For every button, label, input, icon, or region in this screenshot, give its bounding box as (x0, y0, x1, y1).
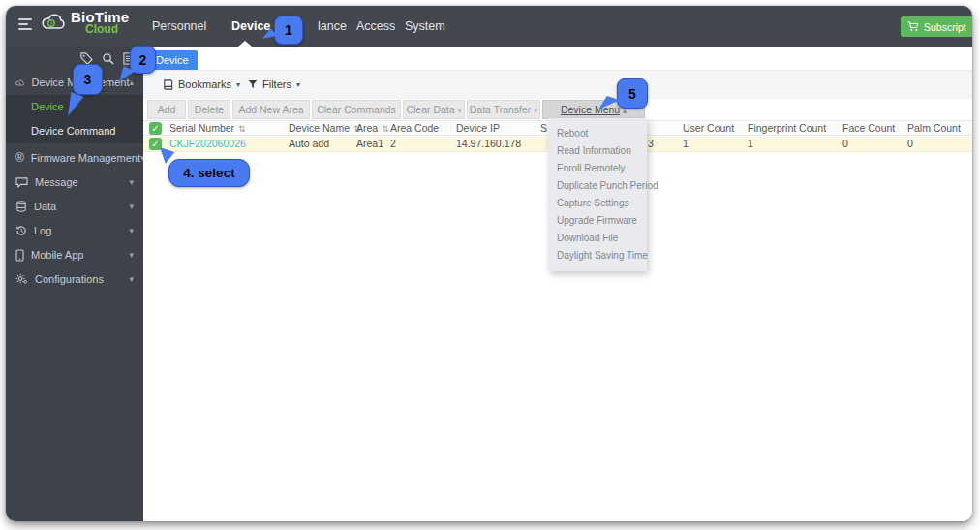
col-area-code[interactable]: Area Code (390, 122, 439, 134)
delete-button[interactable]: Delete (188, 100, 230, 119)
device-management-icon (15, 78, 25, 88)
main-content: Device Bookmarks ▾ Filters ▾ Add Delete … (143, 47, 972, 521)
sidebar-item-label: Mobile App (31, 249, 129, 261)
menu-item-read-information[interactable]: Read Information (548, 142, 647, 160)
menu-item-capture-settings[interactable]: Capture Settings (548, 195, 647, 212)
callout-label: 3 (84, 72, 92, 87)
chevron-down-icon: ▾ (129, 226, 134, 235)
cell-user-count: 1 (683, 138, 689, 149)
sidebar-item-firmware-management[interactable]: ® Firmware Management ▾ (6, 147, 143, 169)
filters-button[interactable]: Filters ▾ (248, 76, 300, 93)
sidebar-item-message[interactable]: Message ▾ (6, 171, 143, 193)
sidebar-item-log[interactable]: Log ▾ (6, 220, 143, 241)
col-fingerprint-count[interactable]: Fingerprint Count (748, 122, 826, 134)
cart-icon (907, 21, 919, 32)
sidebar-item-label: Log (34, 225, 129, 236)
data-transfer-button[interactable]: Data Transfer ▾ (467, 100, 540, 119)
sidebar-item-mobile-app[interactable]: Mobile App ▾ (6, 244, 143, 265)
brand-logo: BioTime Cloud (41, 10, 129, 35)
filters-label: Filters (262, 78, 291, 90)
sidebar-item-device-command[interactable]: Device Command (6, 119, 143, 143)
col-face-count[interactable]: Face Count (842, 122, 895, 134)
add-button[interactable]: Add (147, 100, 186, 119)
chevron-down-icon: ▾ (129, 250, 134, 260)
phone-icon (15, 249, 24, 262)
cell-device-ip: 14.97.160.178 (456, 138, 521, 149)
col-hidden-partial[interactable]: S (540, 122, 547, 134)
callout-label: 1 (285, 22, 292, 38)
database-icon (15, 201, 27, 212)
menu-item-duplicate-punch-period[interactable]: Duplicate Punch Period (548, 177, 647, 195)
clear-commands-button[interactable]: Clear Commands (312, 100, 401, 119)
subscription-label: Subscript (924, 21, 966, 33)
bookmarks-button[interactable]: Bookmarks ▾ (163, 76, 240, 93)
add-new-area-button[interactable]: Add New Area (232, 100, 310, 119)
callout-2: 2 (130, 46, 156, 74)
search-icon[interactable] (102, 52, 114, 65)
bookmarks-label: Bookmarks (178, 78, 231, 90)
nav-tab-personnel[interactable]: Personnel (152, 6, 206, 47)
caret-down-icon: ▾ (458, 107, 462, 115)
nav-tab-system[interactable]: System (405, 6, 445, 47)
callout-label: 5 (628, 86, 636, 102)
chevron-down-icon: ▾ (129, 177, 134, 187)
caret-down-icon: ▾ (534, 107, 537, 115)
sort-icon[interactable]: ⇅ (382, 124, 389, 134)
menu-item-daylight-saving-time[interactable]: Daylight Saving Time (548, 247, 647, 265)
history-icon (15, 225, 27, 236)
menu-toggle-icon[interactable] (18, 18, 34, 32)
col-serial-number[interactable]: Serial Number⇅ (169, 122, 246, 134)
col-device-name[interactable]: Device Name⇅ (289, 122, 361, 134)
sidebar-item-configurations[interactable]: Configurations ▾ (6, 268, 143, 290)
bookmarks-icon (163, 79, 173, 90)
callout-label: 2 (139, 52, 147, 68)
sidebar-item-label: Firmware Management (31, 152, 140, 164)
sort-icon[interactable]: ⇅ (238, 124, 246, 134)
callout-1: 1 (274, 16, 303, 45)
message-icon (15, 177, 28, 188)
cell-area-code: 2 (390, 138, 396, 149)
sidebar-item-label: Message (35, 176, 129, 188)
device-menu-dropdown: Reboot Read Information Enroll Remotely … (548, 118, 647, 271)
nav-tab-access[interactable]: Access (356, 6, 395, 47)
col-device-ip[interactable]: Device IP (456, 122, 500, 134)
cloud-logo-icon (41, 13, 66, 32)
firmware-icon: ® (15, 151, 24, 165)
callout-3: 3 (73, 64, 103, 95)
callout-5: 5 (617, 78, 648, 109)
app-window: BioTime Cloud Personnel Device lance Acc… (6, 6, 972, 521)
callout-label: 4. select (183, 166, 234, 180)
menu-item-reboot[interactable]: Reboot (548, 125, 647, 142)
chevron-down-icon: ▾ (129, 202, 134, 211)
cell-serial-number[interactable]: CKJF202060026 (169, 138, 246, 149)
nav-tab-attendance-partial[interactable]: lance (318, 6, 347, 47)
col-palm-count[interactable]: Palm Count (907, 122, 961, 134)
cell-area: Area1 (356, 138, 383, 149)
cell-palm-count: 0 (907, 138, 913, 149)
chevron-up-icon: ▴ (129, 78, 134, 87)
caret-down-icon: ▾ (236, 80, 240, 89)
top-navbar: BioTime Cloud Personnel Device lance Acc… (6, 6, 972, 47)
cell-device-name: Auto add (289, 138, 329, 149)
gear-icon (15, 273, 28, 285)
subscription-button[interactable]: Subscript (901, 16, 972, 37)
menu-item-download-file[interactable]: Download File (548, 230, 647, 247)
col-area[interactable]: Area⇅ (356, 122, 389, 134)
chevron-down-icon: ▾ (129, 274, 134, 284)
clear-data-button[interactable]: Clear Data ▾ (403, 100, 465, 119)
callout-4-select: 4. select (168, 159, 250, 187)
row-checkbox[interactable]: ✓ (149, 138, 162, 150)
sidebar-item-data[interactable]: Data ▾ (6, 196, 143, 217)
cell-fingerprint-count: 1 (748, 138, 753, 149)
menu-item-upgrade-firmware[interactable]: Upgrade Firmware (548, 212, 647, 230)
sidebar: Device Management ▴ Device Device Comman… (6, 47, 143, 521)
caret-down-icon: ▾ (296, 80, 300, 89)
filter-funnel-icon (248, 79, 258, 89)
sidebar-item-label: Configurations (35, 273, 129, 285)
col-user-count[interactable]: User Count (683, 122, 734, 134)
cell-face-count: 0 (842, 138, 848, 149)
cell-hidden-partial: 3 (648, 138, 654, 149)
menu-item-enroll-remotely[interactable]: Enroll Remotely (548, 160, 647, 177)
sidebar-item-label: Data (34, 201, 129, 212)
select-all-checkbox[interactable]: ✓ (149, 122, 162, 135)
